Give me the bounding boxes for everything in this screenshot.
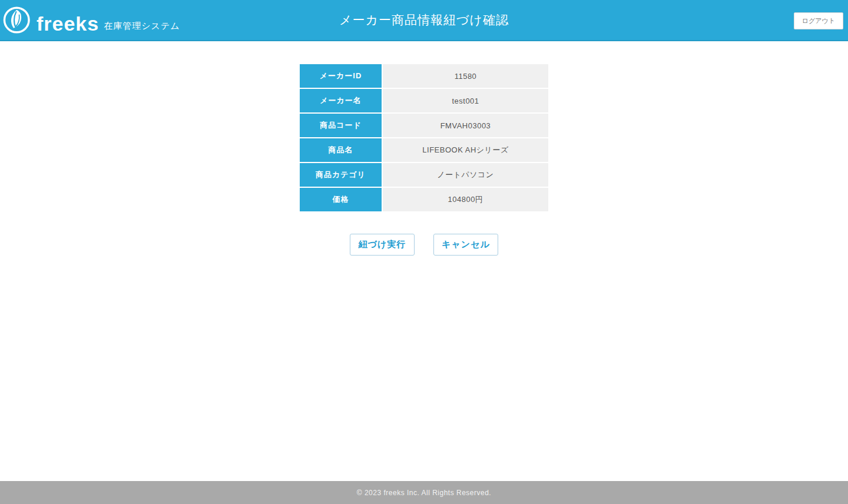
table-row-maker-name: メーカー名 test001 [300, 89, 548, 112]
main-content: メーカーID 11580 メーカー名 test001 商品コード FMVAH03… [0, 63, 848, 256]
page-title: メーカー商品情報紐づけ確認 [339, 12, 509, 28]
row-label: 商品コード [300, 114, 382, 137]
row-label: 商品名 [300, 138, 382, 162]
table-row-product-category: 商品カテゴリ ノートパソコン [300, 163, 548, 187]
link-execute-button[interactable]: 紐づけ実行 [350, 234, 415, 256]
row-value: 104800円 [383, 188, 548, 211]
row-label: 商品カテゴリ [300, 163, 382, 187]
table-row-product-name: 商品名 LIFEBOOK AHシリーズ [300, 138, 548, 162]
freeks-logo-icon [2, 4, 33, 36]
product-info-table: メーカーID 11580 メーカー名 test001 商品コード FMVAH03… [299, 63, 549, 213]
row-value: ノートパソコン [383, 163, 548, 187]
table-row-product-code: 商品コード FMVAH03003 [300, 114, 548, 137]
table-row-maker-id: メーカーID 11580 [300, 64, 548, 88]
logo-text: freeks [37, 14, 99, 36]
copyright-text: © 2023 freeks Inc. All Rights Reserved. [357, 489, 491, 497]
row-value: FMVAH03003 [383, 114, 548, 137]
row-value: 11580 [383, 64, 548, 88]
table-row-price: 価格 104800円 [300, 188, 548, 211]
logo[interactable]: freeks 在庫管理システム [2, 4, 180, 36]
action-buttons: 紐づけ実行 キャンセル [0, 234, 848, 256]
logo-subtitle: 在庫管理システム [104, 21, 180, 36]
logout-button[interactable]: ログアウト [794, 12, 843, 29]
cancel-button[interactable]: キャンセル [433, 234, 498, 256]
row-label: 価格 [300, 188, 382, 211]
row-value: LIFEBOOK AHシリーズ [383, 138, 548, 162]
row-value: test001 [383, 89, 548, 112]
app-header: freeks 在庫管理システム メーカー商品情報紐づけ確認 ログアウト [0, 0, 848, 41]
app-footer: © 2023 freeks Inc. All Rights Reserved. [0, 481, 848, 504]
row-label: メーカーID [300, 64, 382, 88]
row-label: メーカー名 [300, 89, 382, 112]
